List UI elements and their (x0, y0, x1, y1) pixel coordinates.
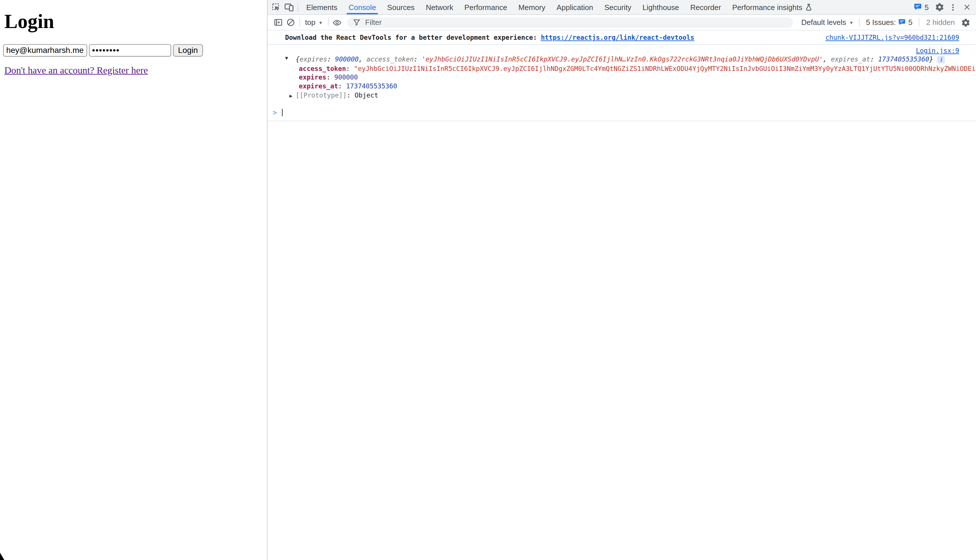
preview-sep: : (327, 55, 335, 63)
prototype-value: Object (354, 91, 378, 100)
inspect-element-icon[interactable] (270, 1, 282, 13)
tab-performance[interactable]: Performance (459, 0, 513, 14)
levels-label: Default levels (801, 18, 846, 27)
filter-funnel-icon (353, 18, 360, 26)
info-icon[interactable]: i (937, 56, 945, 63)
tab-elements[interactable]: Elements (301, 0, 343, 14)
login-page: Login Login Don't have an account? Regis… (0, 0, 267, 560)
tab-memory[interactable]: Memory (513, 0, 551, 14)
tab-label: Network (426, 3, 453, 12)
issues-counter[interactable]: 5 Issues: 5 (862, 18, 916, 27)
preview-sep: : (870, 55, 878, 63)
login-button[interactable]: Login (173, 44, 203, 56)
tab-security[interactable]: Security (599, 0, 637, 14)
react-devtools-link[interactable]: https://reactjs.org/link/react-devtools (541, 33, 694, 42)
cursor-artifact (0, 553, 4, 560)
context-selector[interactable]: top ▼ (302, 18, 326, 27)
preview-sep: : (414, 55, 422, 63)
property-value: 900000 (334, 73, 358, 81)
console-sidebar-icon[interactable] (272, 16, 284, 28)
collapse-arrow-icon[interactable]: ▶ (289, 92, 292, 101)
password-field[interactable] (89, 44, 171, 56)
email-field[interactable] (3, 44, 87, 56)
divider (919, 18, 919, 27)
tab-recorder[interactable]: Recorder (685, 0, 726, 14)
object-property-row: access_token: "eyJhbGciOiJIUzI1NiIsInR5c… (285, 64, 959, 73)
flask-icon (805, 3, 812, 11)
property-value: 1737405535360 (346, 82, 397, 90)
filter-input[interactable] (364, 17, 787, 27)
console-message-react-devtools: Download the React DevTools for a better… (267, 31, 976, 45)
tab-label: Security (604, 3, 631, 12)
tab-performance-insights[interactable]: Performance insights (727, 0, 818, 14)
object-property-row: expires: 900000 (285, 73, 959, 82)
preview-number: 900000 (335, 55, 359, 63)
more-options-icon[interactable] (947, 1, 959, 13)
property-separator: : (338, 82, 346, 90)
tab-label: Performance insights (732, 3, 802, 12)
console-settings-gear-icon[interactable] (959, 16, 971, 28)
preview-sep: , (823, 55, 831, 63)
settings-gear-icon[interactable] (933, 1, 945, 13)
console-toolbar: top ▼ Default levels ▼ (267, 15, 976, 30)
tab-console[interactable]: Console (343, 0, 381, 14)
tab-label: Memory (518, 3, 545, 12)
log-levels-selector[interactable]: Default levels ▼ (798, 18, 857, 27)
source-line: Login.jsx:9 (285, 47, 959, 55)
message-bubble-icon (914, 3, 922, 11)
divider (859, 18, 860, 27)
tab-sources[interactable]: Sources (381, 0, 420, 14)
preview-number: 1737405535360 (878, 55, 929, 63)
property-separator: : (346, 64, 354, 72)
device-toolbar-icon[interactable] (282, 1, 295, 13)
tab-lighthouse[interactable]: Lighthouse (637, 0, 685, 14)
tabbar-right-controls: 5 (911, 1, 976, 13)
devtools-panel: Elements Console Sources Network Perform… (267, 0, 976, 560)
issues-count: 5 (908, 18, 913, 27)
preview-sep: , (359, 55, 367, 63)
issues-label: 5 Issues: (866, 18, 896, 27)
close-devtools-icon[interactable] (961, 1, 973, 13)
register-link[interactable]: Don't have an account? Register here (4, 65, 148, 76)
tab-label: Console (349, 3, 376, 12)
devtools-tabbar: Elements Console Sources Network Perform… (267, 0, 976, 15)
tab-label: Elements (306, 3, 338, 12)
object-property-row: expires_at: 1737405535360 (285, 82, 959, 91)
context-label: top (305, 18, 316, 27)
live-expression-eye-icon[interactable] (331, 16, 343, 28)
source-link-chunk[interactable]: chunk-VIJJTZRL.js?v=960bd321:21609 (826, 33, 959, 42)
tab-application[interactable]: Application (551, 0, 599, 14)
object-preview: ▼{expires: 900000, access_token: 'eyJhbG… (296, 55, 959, 64)
prototype-key: [[Prototype]] (296, 91, 347, 100)
console-output: Download the React DevTools for a better… (267, 31, 976, 560)
devtools-tabs: Elements Console Sources Network Perform… (301, 0, 818, 14)
tab-label: Lighthouse (643, 3, 679, 12)
tab-label: Recorder (690, 3, 721, 12)
preview-key: expires_at (831, 55, 870, 63)
property-key: access_token (299, 64, 346, 72)
property-key: expires (299, 73, 326, 81)
clear-console-icon[interactable] (284, 16, 297, 28)
tab-label: Performance (465, 3, 507, 12)
tab-network[interactable]: Network (420, 0, 459, 14)
page-title: Login (4, 11, 54, 32)
issues-bubble-icon (898, 18, 906, 26)
preview-key: expires (300, 55, 327, 63)
divider (299, 18, 300, 27)
expand-arrow-icon[interactable]: ▼ (285, 56, 288, 61)
console-prompt[interactable]: > (267, 105, 976, 122)
property-separator: : (347, 91, 354, 100)
message-text: Download the React DevTools for a better… (285, 33, 541, 42)
prototype-row: ▶ [[Prototype]]: Object (285, 91, 959, 101)
tab-label: Sources (387, 3, 415, 12)
property-value: "eyJhbGciOiJIUzI1NiIsInR5cCI6IkpXVCJ9.ey… (354, 64, 976, 72)
chevron-down-icon: ▼ (849, 20, 854, 25)
console-messages-badge[interactable]: 5 (911, 3, 932, 12)
source-link-login[interactable]: Login.jsx:9 (916, 47, 959, 54)
browser-window: Login Login Don't have an account? Regis… (0, 0, 976, 560)
chevron-down-icon: ▼ (319, 20, 323, 25)
filter-field[interactable] (347, 17, 793, 28)
console-message-login-object: Login.jsx:9 ▼{expires: 900000, access_to… (267, 45, 976, 102)
tab-label: Application (557, 3, 593, 12)
text-cursor (282, 109, 283, 117)
